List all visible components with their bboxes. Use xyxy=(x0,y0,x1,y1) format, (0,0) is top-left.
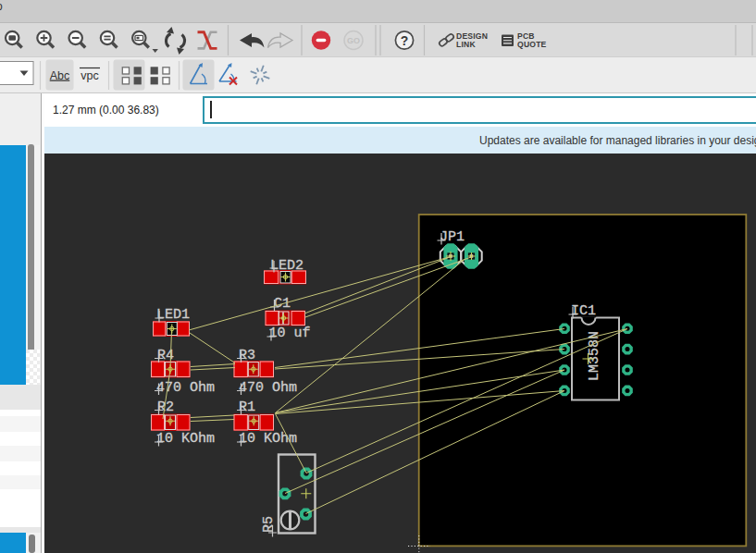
svg-text:LED2: LED2 xyxy=(270,258,304,274)
svg-text:R5: R5 xyxy=(261,516,277,533)
svg-text:JP1: JP1 xyxy=(440,229,465,245)
svg-text:10 KOhm: 10 KOhm xyxy=(156,431,215,447)
svg-text:LED1: LED1 xyxy=(156,307,190,323)
svg-text:LINK: LINK xyxy=(456,40,476,49)
svg-text:GO: GO xyxy=(347,36,360,45)
svg-text:QUOTE: QUOTE xyxy=(517,40,547,49)
svg-text:10 uf: 10 uf xyxy=(269,326,311,341)
svg-text:vpc: vpc xyxy=(81,69,98,82)
svg-text:?: ? xyxy=(401,33,409,48)
svg-text:470 Ohm: 470 Ohm xyxy=(156,380,215,396)
svg-text:470 Ohm: 470 Ohm xyxy=(239,380,297,396)
svg-text:IC1: IC1 xyxy=(571,303,596,319)
svg-text:LM358N: LM358N xyxy=(587,331,602,381)
svg-text:Abc: Abc xyxy=(50,69,70,82)
svg-text:R4: R4 xyxy=(157,348,174,363)
